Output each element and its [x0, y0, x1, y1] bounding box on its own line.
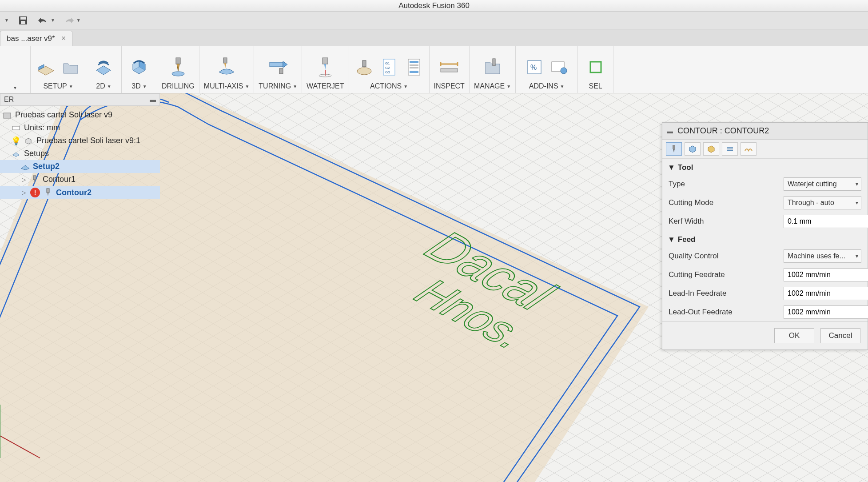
svg-rect-39	[33, 176, 36, 180]
redo-button[interactable]: ▼	[63, 16, 81, 24]
ok-button[interactable]: OK	[774, 328, 814, 343]
tab-heights[interactable]	[703, 142, 719, 156]
undo-button[interactable]: ▼	[37, 16, 55, 24]
ribbon-waterjet[interactable]: WATERJET	[302, 46, 349, 93]
ribbon-3d[interactable]: 3D▼	[122, 46, 157, 93]
ribbon-drilling[interactable]: DRILLING	[157, 46, 199, 93]
tree-contour2[interactable]: ▷ ! Contour2	[0, 186, 160, 199]
chevron-down-icon: ▼	[13, 85, 17, 90]
setup-sheet-icon	[403, 56, 425, 78]
field-label: Lead-Out Feedrate	[669, 308, 784, 317]
chevron-down-icon: ▼	[245, 84, 249, 89]
tab-passes[interactable]	[722, 142, 738, 156]
svg-text:G3: G3	[385, 70, 390, 74]
document-tab[interactable]: bas ...aser v9* ×	[0, 31, 72, 46]
chevron-down-icon: ▼	[668, 235, 675, 244]
tree-label: Pruebas cartel Soli laser v9	[15, 110, 112, 120]
svg-rect-2	[21, 21, 25, 24]
cutting-feedrate-input[interactable]	[784, 268, 868, 281]
field-label: Type	[669, 180, 784, 189]
svg-rect-20	[410, 67, 418, 68]
properties-panel: ▬ CONTOUR : CONTOUR2 ▼ Tool Type Waterje…	[662, 122, 868, 350]
tree-label: Setup2	[33, 162, 60, 171]
svg-rect-40	[47, 189, 49, 193]
tree-setup2[interactable]: Setup2	[0, 160, 160, 173]
row-cutting-mode: Cutting Mode Through - auto	[662, 193, 868, 212]
leadin-feedrate-spinner[interactable]: ▲▼	[784, 287, 861, 300]
file-menu-button[interactable]: ▼	[4, 18, 9, 23]
ribbon-addins[interactable]: % ADD-INS▼	[516, 46, 578, 93]
svg-rect-31	[590, 62, 601, 72]
tree-contour1[interactable]: ▷ Contour1	[0, 173, 160, 186]
svg-rect-5	[223, 58, 227, 63]
ribbon-inspect[interactable]: INSPECT	[430, 46, 470, 93]
tab-geometry[interactable]	[685, 142, 701, 156]
ribbon-select[interactable]: SEL	[578, 46, 613, 93]
quick-access-toolbar: ▼ ▼ ▼	[0, 12, 868, 29]
leadout-feedrate-input[interactable]	[784, 305, 868, 319]
chevron-down-icon: ▼	[76, 18, 81, 23]
tree-units[interactable]: Units: mm	[0, 121, 160, 134]
ribbon-turning[interactable]: TURNING▼	[254, 46, 302, 93]
chevron-down-icon: ▼	[69, 84, 73, 89]
svg-rect-37	[4, 113, 11, 118]
tree-setups[interactable]: Setups	[0, 147, 160, 160]
section-label: Tool	[678, 163, 693, 172]
ribbon-label: TURNING	[259, 82, 291, 90]
section-feed[interactable]: ▼ Feed	[662, 231, 868, 247]
section-tool[interactable]: ▼ Tool	[662, 159, 868, 175]
chevron-down-icon: ▼	[107, 84, 111, 89]
collapse-icon[interactable]: ▬	[667, 128, 673, 135]
tree-component[interactable]: 💡 Pruebas cartel Soli laser v9:1	[0, 134, 160, 147]
turning-icon	[267, 56, 289, 78]
ribbon-multiaxis[interactable]: MULTI-AXIS▼	[199, 46, 255, 93]
properties-header[interactable]: ▬ CONTOUR : CONTOUR2	[662, 123, 868, 140]
save-button[interactable]	[17, 14, 29, 27]
expand-icon[interactable]: ▷	[20, 189, 27, 196]
type-dropdown[interactable]: Waterjet cutting	[784, 177, 861, 191]
ribbon-workspace-switcher[interactable]: ▼	[0, 46, 31, 93]
ribbon-label: ACTIONS	[370, 82, 402, 90]
svg-rect-26	[493, 59, 495, 66]
tab-tool[interactable]	[666, 142, 682, 156]
leadout-feedrate-spinner[interactable]: ▲▼	[784, 305, 861, 319]
document-tab-label: bas ...aser v9*	[7, 34, 55, 43]
quality-control-dropdown[interactable]: Machine uses fe...	[784, 249, 861, 263]
svg-text:G1: G1	[385, 61, 390, 65]
properties-tabs	[662, 140, 868, 159]
cube-icon	[24, 137, 33, 145]
field-label: Quality Control	[669, 252, 784, 261]
ribbon-label: SEL	[589, 82, 602, 90]
svg-rect-7	[279, 68, 283, 74]
svg-rect-41	[673, 145, 675, 149]
svg-rect-12	[362, 60, 366, 67]
row-cutting-feedrate: Cutting Feedrate ▲▼	[662, 265, 868, 284]
kerf-width-spinner[interactable]: ▲▼	[784, 215, 861, 228]
leadin-feedrate-input[interactable]	[784, 287, 868, 300]
cancel-button[interactable]: Cancel	[820, 328, 860, 343]
kerf-width-input[interactable]	[784, 215, 868, 228]
cutting-mode-dropdown[interactable]: Through - auto	[784, 196, 861, 209]
inspect-icon	[438, 56, 460, 78]
collapse-icon[interactable]: ▬	[150, 96, 156, 103]
3d-icon	[129, 56, 150, 78]
ribbon-manage[interactable]: MANAGE▼	[470, 46, 516, 93]
setups-icon	[12, 149, 20, 158]
tree-label: Setups	[24, 149, 49, 158]
row-type: Type Waterjet cutting	[662, 175, 868, 193]
svg-rect-19	[410, 64, 418, 66]
expand-icon[interactable]: ▷	[20, 177, 27, 183]
ribbon-2d[interactable]: 2D▼	[86, 46, 122, 93]
ribbon-label: 2D	[96, 82, 105, 90]
waterjet-icon	[315, 56, 336, 78]
close-tab-button[interactable]: ×	[61, 34, 66, 43]
svg-point-4	[172, 72, 184, 76]
ribbon-actions[interactable]: G1G2G3 ACTIONS▼	[349, 46, 430, 93]
tree-root-document[interactable]: Pruebas cartel Soli laser v9	[0, 108, 160, 121]
operation-icon	[44, 188, 52, 197]
browser-header[interactable]: ER ▬	[0, 93, 160, 106]
ribbon-setup[interactable]: SETUP▼	[31, 46, 86, 93]
multiaxis-icon	[216, 56, 237, 78]
tab-linking[interactable]	[741, 142, 757, 156]
cutting-feedrate-spinner[interactable]: ▲▼	[784, 268, 861, 281]
